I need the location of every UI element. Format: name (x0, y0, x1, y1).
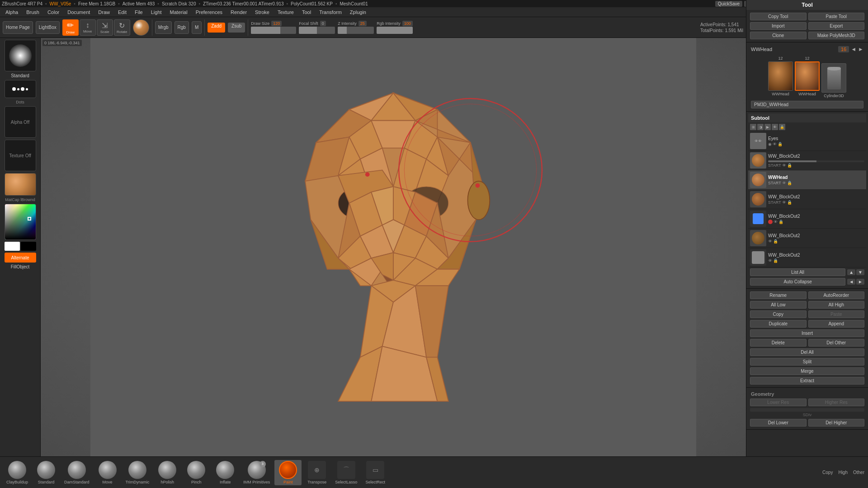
swatch-white[interactable] (5, 242, 20, 251)
subtool-blockout4[interactable]: WW_BlockOut2 👁 🔒 (748, 229, 866, 248)
paint-tool[interactable]: Paint (274, 460, 302, 485)
del-lower-btn[interactable]: Del Lower (750, 419, 807, 427)
subtool-icon-5[interactable]: 🔒 (779, 124, 785, 130)
ww-large-thumb[interactable] (795, 61, 820, 91)
paste-tool-btn[interactable]: Paste Tool (808, 13, 865, 20)
blockout5-eye[interactable]: 👁 (768, 258, 772, 263)
collapse-right-btn[interactable]: ► (856, 279, 864, 285)
hpolish-tool[interactable]: hPolish (154, 460, 181, 485)
lightbox-btn[interactable]: LightBox (36, 21, 60, 34)
make-polymesh-btn[interactable]: Make PolyMesh3D (808, 32, 865, 39)
draw-size-slider[interactable] (251, 27, 296, 34)
menu-color[interactable]: Color (44, 9, 63, 16)
menu-zplugin[interactable]: Zplugin (346, 9, 370, 16)
menu-alpha[interactable]: Alpha (2, 9, 22, 16)
inflate-tool[interactable]: Inflate (212, 460, 239, 485)
export-btn[interactable]: Export (808, 22, 865, 30)
draw-size-val[interactable]: 120 (271, 21, 282, 26)
alpha-off[interactable]: Alpha Off (5, 106, 36, 138)
rename-btn[interactable]: Rename (750, 291, 807, 299)
blockout4-lock[interactable]: 🔒 (773, 239, 778, 244)
wwhead-lock[interactable]: 🔒 (787, 181, 792, 185)
insert-btn[interactable]: Insert (750, 329, 864, 337)
menu-edit[interactable]: Edit (114, 9, 130, 16)
paste-st-btn[interactable]: Paste (808, 310, 865, 318)
rotate-mode-btn[interactable]: ↻ Rotate (114, 19, 130, 36)
menu-texture[interactable]: Texture (274, 9, 297, 16)
ww-small-thumb[interactable] (768, 61, 793, 91)
import-btn[interactable]: Import (750, 22, 807, 30)
menu-material[interactable]: Material (166, 9, 191, 16)
z-intensity-val[interactable]: 25 (359, 21, 367, 26)
merge-btn[interactable]: Merge (750, 367, 864, 375)
pinch-tool[interactable]: Pinch (183, 460, 210, 485)
collapse-left-btn[interactable]: ◄ (847, 279, 855, 285)
wwhead-inc-btn[interactable]: ► (858, 46, 863, 52)
wwhead-dec-btn[interactable]: ◄ (851, 46, 856, 52)
zadd-btn[interactable]: Zadd (208, 23, 225, 33)
copy-tool-btn[interactable]: Copy Tool (750, 13, 807, 20)
rgb-btn[interactable]: Rgb (175, 21, 189, 34)
dots-preview[interactable] (5, 80, 36, 98)
blockout5-lock[interactable]: 🔒 (773, 258, 778, 263)
blockout1-eye[interactable]: 👁 (782, 163, 786, 168)
damstandard-tool[interactable]: DamStandard (61, 460, 92, 485)
z-intensity-slider[interactable] (338, 27, 374, 34)
move-tool[interactable]: Move (94, 460, 121, 485)
menu-brush[interactable]: Brush (23, 9, 43, 16)
subtool-blockout5[interactable]: WW_BlockOut2 👁 🔒 (748, 248, 866, 267)
del-higher-btn[interactable]: Del Higher (808, 419, 865, 427)
menu-tool[interactable]: Tool (298, 9, 315, 16)
subtool-blockout2[interactable]: WW_BlockOut2 START 👁 🔒 (748, 190, 866, 209)
imm-primitives-tool[interactable]: 3 IMM Primitives (241, 460, 273, 485)
clone-btn[interactable]: Clone (750, 32, 807, 39)
eyes-ctrl-2[interactable]: 👁 (773, 142, 777, 146)
transpose-tool[interactable]: ⊕ Transpose (303, 460, 330, 485)
subtool-icon-4[interactable]: 👁 (772, 124, 778, 130)
menu-preferences[interactable]: Preferences (192, 9, 226, 16)
rgb-intensity-val[interactable]: 100 (402, 21, 413, 26)
auto-reorder-btn[interactable]: AutoReorder (808, 291, 865, 299)
lower-res-btn[interactable]: Lower Res (750, 399, 807, 406)
cylinder-thumb[interactable] (821, 63, 846, 93)
texture-off[interactable]: Texture Off (5, 140, 36, 171)
wwhead-eye[interactable]: 👁 (782, 181, 786, 185)
blockout2-lock[interactable]: 🔒 (787, 200, 792, 205)
subtool-blockout1[interactable]: WW_BlockOut2 START 👁 🔒 (748, 151, 866, 170)
blockout2-eye[interactable]: 👁 (782, 200, 786, 205)
del-all-btn[interactable]: Del All (750, 348, 864, 356)
extract-btn[interactable]: Extract (750, 377, 864, 385)
list-all-btn[interactable]: List All (750, 268, 845, 276)
color-picker[interactable] (5, 204, 36, 240)
zsub-btn[interactable]: Zsub (228, 23, 245, 33)
quicksave-btn[interactable]: QuickSave (715, 1, 742, 7)
brush-preview[interactable] (5, 40, 36, 71)
eyes-ctrl-3[interactable]: 🔒 (778, 142, 783, 146)
matcap-preview[interactable] (5, 173, 36, 196)
head-model-svg[interactable] (41, 38, 746, 456)
subtool-icon-3[interactable]: ▶ (764, 124, 771, 130)
duplicate-btn[interactable]: Duplicate (750, 320, 807, 328)
menu-document[interactable]: Document (64, 9, 94, 16)
pm3d-btn[interactable]: PM3D_WWHead (751, 101, 863, 108)
selectrect-tool[interactable]: ▭ SelectRect (362, 460, 389, 485)
subtool-wwhead[interactable]: WWHead START 👁 🔒 (748, 170, 866, 190)
draw-mode-btn[interactable]: ✏ Draw (62, 19, 79, 36)
del-other-btn[interactable]: Del Other (808, 339, 865, 347)
blockout3-eye[interactable]: 👁 (774, 220, 778, 224)
all-high-btn[interactable]: All High (808, 301, 865, 309)
sdiv-slider[interactable] (750, 408, 864, 412)
move-mode-btn[interactable]: ↕ Move (80, 19, 96, 36)
swatch-black[interactable] (21, 242, 36, 251)
selectlasso-tool[interactable]: ⌒ SelectLasso (332, 460, 360, 485)
delete-btn[interactable]: Delete (750, 339, 807, 347)
menu-stroke[interactable]: Stroke (251, 9, 273, 16)
copy-st-btn[interactable]: Copy (750, 310, 807, 318)
trimdynamic-tool[interactable]: TrimDynamic (123, 460, 152, 485)
menu-transform[interactable]: Transform (316, 9, 345, 16)
arrow-up-btn[interactable]: ▲ (847, 269, 855, 275)
append-btn[interactable]: Append (808, 320, 865, 328)
blockout1-lock[interactable]: 🔒 (787, 163, 792, 168)
standard-tool[interactable]: Standard (33, 460, 60, 485)
subtool-blockout3[interactable]: WW_BlockOut2 👁 🔒 (748, 209, 866, 229)
